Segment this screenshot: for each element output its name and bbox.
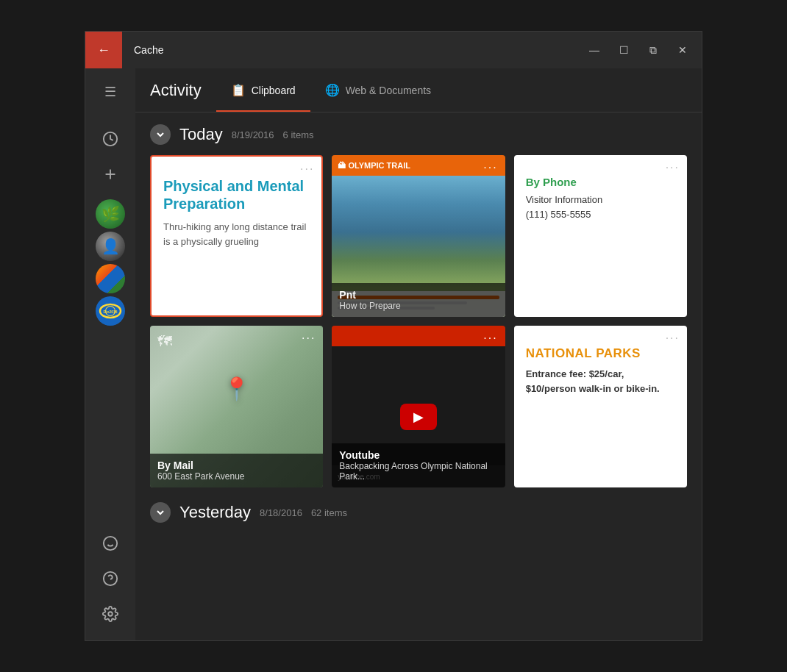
today-collapse-button[interactable] bbox=[150, 124, 171, 145]
card-4-footer-title: By Mail bbox=[157, 460, 316, 471]
cards-grid: ··· Physical and Mental Preparation Thru… bbox=[150, 155, 687, 487]
card-dots-5: ··· bbox=[483, 332, 497, 345]
card-5-topbar bbox=[332, 326, 505, 346]
history-icon[interactable] bbox=[94, 123, 127, 155]
add-button[interactable] bbox=[94, 158, 127, 190]
tab-web-docs[interactable]: 🌐 Web & Documents bbox=[310, 68, 446, 112]
today-count: 6 items bbox=[283, 129, 314, 140]
card-2-footer-sub: How to Prepare bbox=[339, 301, 497, 311]
tab-clipboard-label: Clipboard bbox=[252, 85, 296, 96]
help-icon[interactable] bbox=[94, 562, 127, 595]
titlebar: ← Cache — ☐ ⧉ ✕ bbox=[85, 32, 702, 68]
avatar-3[interactable] bbox=[96, 264, 125, 293]
card-dots-3: ··· bbox=[666, 161, 680, 174]
card-dots-2: ··· bbox=[483, 161, 497, 174]
youtube-play-icon: ▶ bbox=[400, 404, 437, 430]
card-by-phone[interactable]: ··· By Phone Visitor Information (111) 5… bbox=[514, 155, 687, 317]
card-5-footer-sub: Backpacking Across Olympic National Park… bbox=[339, 461, 497, 482]
svg-text:Rio2016: Rio2016 bbox=[103, 310, 117, 314]
avatar-2[interactable]: 👤 bbox=[96, 232, 125, 261]
yesterday-date: 8/18/2016 bbox=[260, 507, 302, 518]
content-area: ☰ 🌿 👤 bbox=[85, 68, 702, 640]
emoji-icon[interactable] bbox=[94, 527, 127, 560]
avatar-1[interactable]: 🌿 bbox=[96, 199, 125, 229]
svg-point-13 bbox=[108, 612, 113, 616]
today-label: Today bbox=[179, 125, 223, 144]
card-2-footer: Pnt How to Prepare bbox=[332, 283, 505, 317]
back-button[interactable]: ← bbox=[85, 32, 122, 68]
card-map[interactable]: ··· 🗺 📍 By Mail 600 East Park Avenue bbox=[150, 326, 323, 487]
yesterday-collapse-button[interactable] bbox=[150, 502, 171, 523]
main-window: ← Cache — ☐ ⧉ ✕ ☰ bbox=[85, 31, 702, 641]
scroll-area[interactable]: Today 8/19/2016 6 items ··· Physical and… bbox=[135, 112, 702, 640]
card-6-body: Entrance fee: $25/car, $10/person walk-i… bbox=[526, 367, 675, 396]
clipboard-icon: 📋 bbox=[231, 83, 246, 97]
window-controls: — ☐ ⧉ ✕ bbox=[587, 43, 702, 57]
card-5-footer-title: Youtube bbox=[339, 449, 497, 461]
svg-point-8 bbox=[104, 537, 117, 550]
card-1-body: Thru-hiking any long distance trail is a… bbox=[163, 220, 310, 249]
map-icon: 🗺 bbox=[157, 333, 172, 350]
tab-clipboard[interactable]: 📋 Clipboard bbox=[216, 68, 310, 112]
globe-icon: 🌐 bbox=[325, 83, 340, 97]
card-3-line2: (111) 555-5555 bbox=[526, 207, 675, 222]
maximize-button[interactable]: ☐ bbox=[616, 43, 631, 57]
window-title: Cache bbox=[122, 44, 587, 56]
close-button[interactable]: ✕ bbox=[675, 43, 690, 57]
card-1-title: Physical and Mental Preparation bbox=[163, 177, 310, 212]
today-section-header: Today 8/19/2016 6 items bbox=[150, 124, 687, 145]
map-pin-icon: 📍 bbox=[223, 376, 250, 401]
hamburger-menu-icon[interactable]: ☰ bbox=[94, 76, 127, 108]
main-panel: Activity 📋 Clipboard 🌐 Web & Documents bbox=[135, 68, 702, 640]
yesterday-section-header: Yesterday 8/18/2016 62 items bbox=[150, 502, 687, 523]
section-title: Activity bbox=[135, 81, 216, 100]
today-date: 8/19/2016 bbox=[232, 129, 274, 140]
card-6-title: NATIONAL PARKS bbox=[526, 346, 675, 361]
card-dots-6: ··· bbox=[666, 332, 680, 345]
tabs-bar: Activity 📋 Clipboard 🌐 Web & Documents bbox=[135, 68, 702, 112]
card-dots-4: ··· bbox=[302, 332, 316, 345]
card-2-topbar: 🏔 OLYMPIC TRAIL bbox=[332, 155, 505, 176]
card-national-parks[interactable]: ··· NATIONAL PARKS Entrance fee: $25/car… bbox=[514, 326, 687, 487]
card-3-line1: Visitor Information bbox=[526, 193, 675, 207]
card-physical-mental[interactable]: ··· Physical and Mental Preparation Thru… bbox=[150, 155, 323, 317]
card-youtube[interactable]: ··· ▶ youtube.com bbox=[332, 326, 505, 487]
card-3-title: By Phone bbox=[526, 176, 675, 188]
tab-web-docs-label: Web & Documents bbox=[346, 85, 431, 96]
settings-icon[interactable] bbox=[94, 598, 127, 630]
card-4-footer-sub: 600 East Park Avenue bbox=[157, 471, 316, 482]
card-4-footer: By Mail 600 East Park Avenue bbox=[150, 454, 323, 487]
back-icon: ← bbox=[97, 43, 110, 58]
minimize-button[interactable]: — bbox=[587, 43, 602, 57]
yesterday-label: Yesterday bbox=[179, 503, 251, 522]
card-dots-1: ··· bbox=[300, 162, 314, 176]
avatar-4[interactable]: Rio2016 bbox=[96, 296, 125, 326]
restore-button[interactable]: ⧉ bbox=[646, 43, 660, 57]
card-2-footer-title: Pnt bbox=[339, 289, 497, 301]
sidebar: ☰ 🌿 👤 bbox=[85, 68, 135, 640]
yesterday-count: 62 items bbox=[311, 507, 347, 518]
card-5-footer: Youtube Backpacking Across Olympic Natio… bbox=[332, 443, 505, 487]
card-pnt[interactable]: ··· 🏔 OLYMPIC TRAIL bbox=[332, 155, 505, 317]
